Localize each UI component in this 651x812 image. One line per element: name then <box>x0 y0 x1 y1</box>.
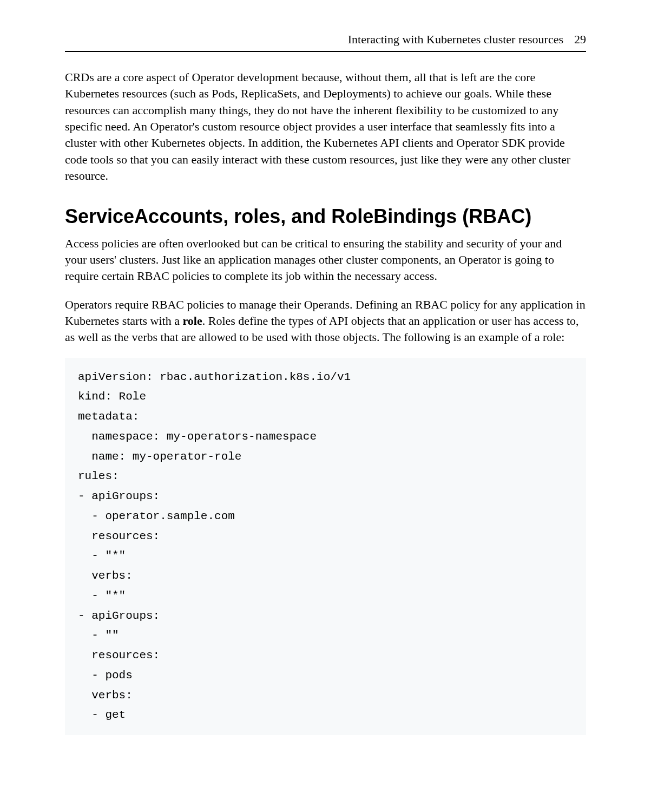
code-line: namespace: my-operators-namespace <box>78 430 317 443</box>
code-line: - apiGroups: <box>78 490 160 502</box>
code-line: resources: <box>78 649 160 662</box>
code-line: rules: <box>78 470 119 482</box>
code-block-role-yaml: apiVersion: rbac.authorization.k8s.io/v1… <box>65 358 586 736</box>
page-number: 29 <box>574 32 586 47</box>
code-line: apiVersion: rbac.authorization.k8s.io/v1 <box>78 371 351 383</box>
code-line: - "*" <box>78 549 126 562</box>
code-line: verbs: <box>78 689 133 702</box>
code-line: metadata: <box>78 410 139 423</box>
code-line: kind: Role <box>78 390 146 403</box>
code-line: - "*" <box>78 590 126 602</box>
paragraph-access-policies: Access policies are often overlooked but… <box>65 235 586 285</box>
code-line: verbs: <box>78 569 133 582</box>
bold-role: role <box>183 314 202 328</box>
code-line: - operator.sample.com <box>78 510 235 522</box>
section-heading-rbac: ServiceAccounts, roles, and RoleBindings… <box>65 205 586 228</box>
paragraph-crds: CRDs are a core aspect of Operator devel… <box>65 69 586 185</box>
code-line: - get <box>78 709 126 721</box>
code-line: - apiGroups: <box>78 610 160 622</box>
code-line: resources: <box>78 530 160 542</box>
code-line: - pods <box>78 669 133 682</box>
paragraph-rbac-role: Operators require RBAC policies to manag… <box>65 297 586 346</box>
code-line: name: my-operator-role <box>78 450 241 463</box>
header-title: Interacting with Kubernetes cluster reso… <box>348 32 563 47</box>
code-line: - "" <box>78 629 119 641</box>
page-header: Interacting with Kubernetes cluster reso… <box>65 32 586 52</box>
